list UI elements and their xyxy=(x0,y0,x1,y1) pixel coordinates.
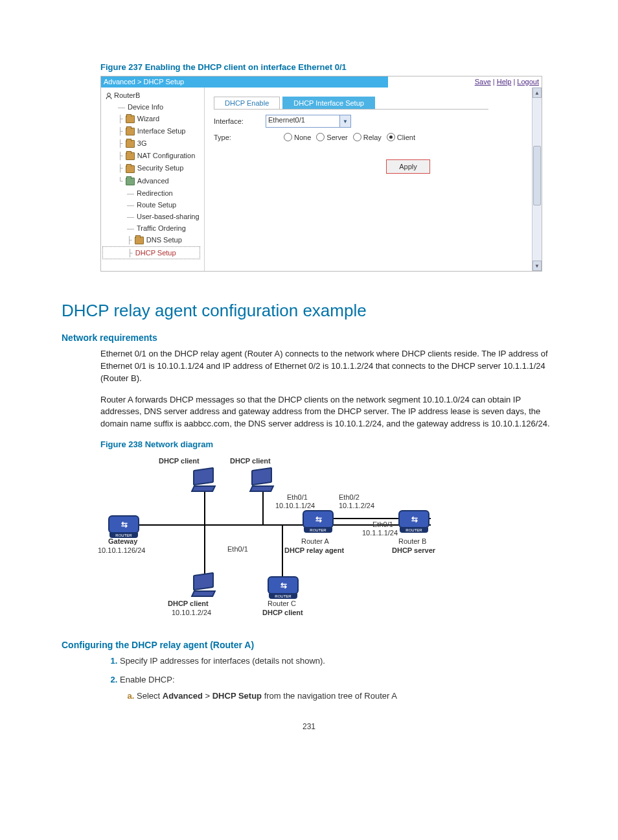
label-eth01: Eth0/1 xyxy=(227,545,248,553)
label-ip-a1: 10.10.1.1/24 xyxy=(275,502,315,509)
interface-select[interactable]: Ethernet0/1 ▼ xyxy=(266,115,351,128)
label-ip-a2: 10.1.1.2/24 xyxy=(339,502,374,509)
nav-3g[interactable]: ├3G xyxy=(102,137,203,150)
nav-redirection[interactable]: —Redirection xyxy=(102,187,203,199)
step-1: Specify IP addresses for interfaces (det… xyxy=(120,655,556,668)
router-admin-screenshot: Advanced > DHCP Setup Save | Help | Logo… xyxy=(100,76,542,272)
person-icon xyxy=(105,92,113,100)
save-link[interactable]: Save xyxy=(475,78,491,86)
nav-dns-setup[interactable]: ├DNS Setup xyxy=(102,234,203,246)
figure-237-caption: Figure 237 Enabling the DHCP client on i… xyxy=(100,62,556,72)
breadcrumb: Advanced > DHCP Setup xyxy=(101,76,388,88)
label-client-ip: 10.10.1.2/24 xyxy=(172,609,211,616)
folder-icon xyxy=(126,152,135,160)
nav-nat[interactable]: ├NAT Configuration xyxy=(102,150,203,162)
scroll-down-icon[interactable]: ▼ xyxy=(532,261,542,271)
radio-server[interactable]: Server xyxy=(316,133,347,141)
folder-icon xyxy=(126,140,135,148)
top-links: Save | Help | Logout xyxy=(388,76,542,88)
label-router-c-role: DHCP client xyxy=(262,609,303,616)
scrollbar[interactable]: ▲ ▼ xyxy=(532,88,542,271)
router-icon: ⇆ xyxy=(268,576,299,594)
label-ip-b1: 10.1.1.1/24 xyxy=(362,529,398,537)
folder-icon xyxy=(126,128,135,135)
page-number: 231 xyxy=(62,722,556,731)
label-router-a: Router A xyxy=(301,537,329,545)
interface-value: Ethernet0/1 xyxy=(266,115,339,127)
radio-client[interactable]: Client xyxy=(387,133,415,141)
label-router-a-role: DHCP relay agent xyxy=(284,546,344,554)
heading-configuring-router-a: Configuring the DHCP relay agent (Router… xyxy=(62,640,556,650)
nav-advanced[interactable]: └Advanced xyxy=(102,175,203,187)
router-icon: ⇆ xyxy=(398,510,429,528)
nav-device-info[interactable]: —Device Info xyxy=(102,101,203,113)
label-eth02: Eth0/2 xyxy=(339,493,360,501)
label-gateway: Gateway xyxy=(108,537,137,545)
type-label: Type: xyxy=(214,134,266,141)
router-icon: ⇆ xyxy=(108,515,139,533)
netreq-para-2: Router A forwards DHCP messages so that … xyxy=(100,394,556,431)
step-2: Enable DHCP: Select Advanced > DHCP Setu… xyxy=(120,674,556,703)
label-dhcp-client: DHCP client xyxy=(230,457,271,465)
chevron-down-icon[interactable]: ▼ xyxy=(339,115,350,127)
label-eth01: Eth0/1 xyxy=(287,493,308,501)
help-link[interactable]: Help xyxy=(497,78,512,86)
svg-point-0 xyxy=(108,93,111,97)
nav-interface-setup[interactable]: ├Interface Setup xyxy=(102,125,203,137)
network-diagram: DHCP client DHCP client ⇆ Gateway 10.10.… xyxy=(100,453,463,628)
nav-root[interactable]: RouterB xyxy=(102,90,203,101)
main-panel: DHCP Enable DHCP Interface Setup Interfa… xyxy=(205,88,542,271)
label-eth01: Eth0/1 xyxy=(372,520,393,528)
heading-dhcp-relay-example: DHCP relay agent configuration example xyxy=(62,301,556,321)
router-icon: ⇆ xyxy=(303,510,334,528)
scroll-up-icon[interactable]: ▲ xyxy=(532,88,542,98)
label-gateway-ip: 10.10.1.126/24 xyxy=(98,546,145,554)
label-router-b: Router B xyxy=(398,537,426,545)
nav-wizard[interactable]: ├Wizard xyxy=(102,113,203,125)
radio-relay[interactable]: Relay xyxy=(353,133,382,141)
folder-icon xyxy=(126,115,135,123)
pc-icon xyxy=(192,469,214,491)
interface-label: Interface: xyxy=(214,117,266,125)
nav-security[interactable]: ├Security Setup xyxy=(102,162,203,174)
logout-link[interactable]: Logout xyxy=(517,78,539,86)
netreq-para-1: Ethernet 0/1 on the DHCP relay agent (Ro… xyxy=(100,348,556,385)
steps-list: Specify IP addresses for interfaces (det… xyxy=(100,655,556,703)
scroll-thumb[interactable] xyxy=(533,146,541,205)
nav-traffic-ordering[interactable]: —Traffic Ordering xyxy=(102,222,203,234)
nav-dhcp-setup[interactable]: ├DHCP Setup xyxy=(102,246,200,259)
tab-bar: DHCP Enable DHCP Interface Setup xyxy=(214,97,488,110)
figure-238-caption: Figure 238 Network diagram xyxy=(100,439,556,449)
heading-network-requirements: Network requirements xyxy=(62,332,556,343)
label-dhcp-client: DHCP client xyxy=(168,600,209,607)
pc-icon xyxy=(251,469,273,491)
folder-icon xyxy=(126,165,135,173)
step-2a: Select Advanced > DHCP Setup from the na… xyxy=(137,690,556,703)
tab-dhcp-enable[interactable]: DHCP Enable xyxy=(214,97,280,109)
folder-icon xyxy=(135,237,144,244)
folder-open-icon xyxy=(126,178,135,185)
pc-icon xyxy=(192,574,214,596)
apply-button[interactable]: Apply xyxy=(386,159,430,174)
label-router-c: Router C xyxy=(268,600,296,607)
nav-tree: RouterB —Device Info ├Wizard ├Interface … xyxy=(101,88,205,271)
nav-route-setup[interactable]: —Route Setup xyxy=(102,199,203,211)
tab-dhcp-interface-setup[interactable]: DHCP Interface Setup xyxy=(282,97,375,109)
label-dhcp-client: DHCP client xyxy=(159,457,200,465)
nav-user-sharing[interactable]: —User-based-sharing xyxy=(102,211,203,222)
radio-none[interactable]: None xyxy=(284,133,311,141)
label-router-b-role: DHCP server xyxy=(392,546,435,554)
